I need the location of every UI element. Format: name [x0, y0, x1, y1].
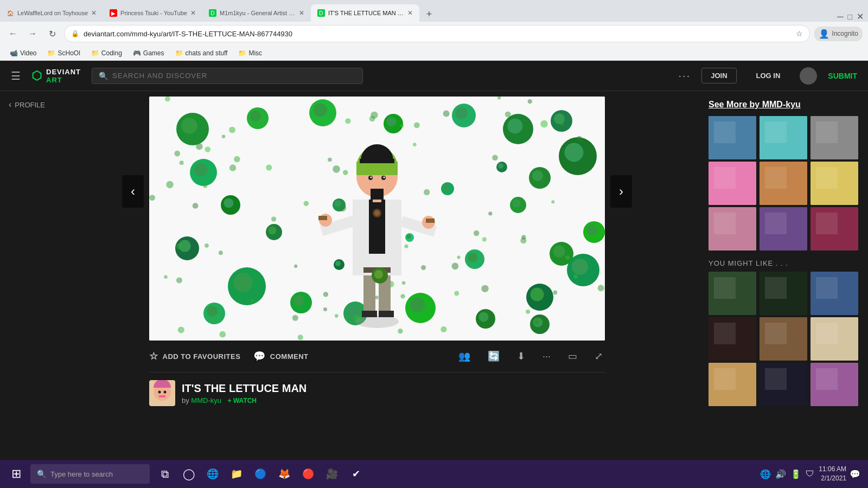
shield-icon[interactable]: 🛡	[806, 469, 814, 479]
da-logo[interactable]: ⬡ DEVIANTART	[31, 68, 81, 84]
taskbar-search[interactable]: 🔍 Type here to search	[30, 464, 150, 484]
taskbar-clock[interactable]: 11:06 AM 2/1/2021	[819, 465, 846, 483]
taskbar-app1-icon[interactable]: 🔴	[297, 462, 319, 486]
clock-time: 11:06 AM	[819, 465, 846, 474]
fullscreen-button[interactable]: ⤢	[592, 348, 605, 364]
volume-icon[interactable]: 🔊	[775, 469, 786, 479]
bookmark-star-button[interactable]: ☆	[796, 29, 803, 38]
add-to-favourites-button[interactable]: ☆ ADD TO FAVOURITES	[149, 350, 240, 362]
see-more-thumb-4[interactable]	[709, 162, 756, 205]
bookmark-school-icon: 📁	[47, 49, 55, 57]
new-tab-button[interactable]: +	[422, 7, 437, 22]
tab-2[interactable]: ▶ Princess Tsuki - YouTube ✕	[103, 4, 202, 22]
comment-button[interactable]: 💬 COMMENT	[253, 350, 308, 362]
windows-icon: ⊞	[11, 467, 21, 481]
taskbar-chrome2-icon[interactable]: 🔵	[250, 462, 271, 486]
tab-1[interactable]: 🏠 LeWaffleLord on Toyhouse ✕	[0, 4, 103, 22]
author-link[interactable]: MMD-kyu	[191, 396, 221, 404]
tab-3-close[interactable]: ✕	[299, 9, 304, 17]
start-button[interactable]: ⊞	[4, 462, 28, 486]
taskbar-sys-tray: 🌐 🔊 🔋 🛡 11:06 AM 2/1/2021 💬	[756, 465, 864, 483]
prev-artwork-button[interactable]: ‹	[122, 175, 144, 208]
da-header: ☰ ⬡ DEVIANTART 🔍 SEARCH AND DISCOVER ···…	[0, 61, 868, 91]
bookmarks-bar: 📹 Video 📁 ScHoOl 📁 Coding 🎮 Games 📁 chat…	[0, 46, 868, 61]
refresh-button[interactable]: ↻	[44, 26, 60, 41]
close-button[interactable]: ✕	[857, 11, 864, 22]
tab-4-close[interactable]: ✕	[407, 9, 413, 17]
address-bar[interactable]: 🔒 deviantart.com/mmd-kyu/art/IT-S-THE-LE…	[64, 25, 810, 42]
see-more-thumb-6[interactable]	[810, 162, 858, 205]
bookmark-chats-label: chats and stuff	[186, 49, 228, 57]
maximize-button[interactable]: □	[848, 12, 852, 21]
see-more-thumb-3[interactable]	[810, 116, 858, 159]
network-icon[interactable]: 🌐	[760, 469, 771, 479]
artwork-title: IT'S THE LETTUCE MAN	[182, 382, 605, 395]
author-avatar[interactable]	[149, 380, 175, 406]
taskbar-app2-icon[interactable]: 🎥	[321, 462, 343, 486]
submit-button[interactable]: SUBMIT	[828, 72, 857, 80]
da-logo-icon: ⬡	[31, 69, 42, 83]
bookmark-school[interactable]: 📁 ScHoOl	[43, 48, 84, 58]
forward-button[interactable]: →	[25, 26, 40, 41]
hamburger-menu[interactable]: ☰	[11, 69, 21, 82]
suggested-thumb-2[interactable]	[760, 272, 807, 315]
taskbar-firefox-icon[interactable]: 🦊	[273, 462, 295, 486]
taskbar-pinned-icons: ⧉ ◯ 🌐 📁 🔵 🦊 🔴 🎥 ✔	[154, 462, 367, 486]
see-more-thumb-8[interactable]	[760, 207, 807, 251]
react-button[interactable]: 🔄	[486, 348, 502, 364]
battery-icon[interactable]: 🔋	[790, 469, 801, 479]
join-button[interactable]: JOIN	[701, 68, 736, 84]
see-more-thumb-1[interactable]	[709, 116, 756, 159]
tab-4[interactable]: D IT'S THE LETTUCE MAN by MMD... ✕	[311, 4, 419, 22]
back-to-profile[interactable]: ‹ PROFILE	[9, 100, 46, 110]
see-more-title[interactable]: See More by MMD-kyu	[709, 100, 859, 110]
notification-button[interactable]: 💬	[851, 470, 859, 478]
more-options-button[interactable]: ···	[540, 349, 553, 364]
add-fav-label: ADD TO FAVOURITES	[163, 352, 241, 361]
download-button[interactable]: ⬇	[515, 348, 527, 364]
suggested-thumb-1[interactable]	[709, 272, 756, 315]
see-more-thumb-7[interactable]	[709, 207, 756, 251]
share-button[interactable]: 👥	[456, 348, 473, 364]
taskbar-chrome-icon[interactable]: 🌐	[202, 462, 224, 486]
cortana-button[interactable]: ◯	[178, 462, 200, 486]
taskbar-app3-icon[interactable]: ✔	[345, 462, 367, 486]
bookmark-coding-label: Coding	[101, 49, 122, 57]
bookmark-misc[interactable]: 📁 Misc	[234, 48, 266, 58]
you-might-like-title: YOU MIGHT LIKE . . .	[709, 259, 859, 267]
suggested-thumb-7[interactable]	[709, 363, 756, 406]
tab-2-close[interactable]: ✕	[190, 9, 196, 17]
minimize-button[interactable]: ─	[837, 12, 843, 22]
bookmark-chats[interactable]: 📁 chats and stuff	[171, 48, 232, 58]
see-more-thumb-9[interactable]	[810, 207, 858, 251]
suggested-thumb-6[interactable]	[810, 317, 858, 361]
suggested-thumb-8[interactable]	[760, 363, 807, 406]
see-more-thumb-2[interactable]	[760, 116, 807, 159]
tab-3[interactable]: D M1m1kyu - General Artist | Devi... ✕	[202, 4, 311, 22]
see-more-thumb-5[interactable]	[760, 162, 807, 205]
bookmark-video[interactable]: 📹 Video	[5, 48, 41, 58]
suggested-thumb-9[interactable]	[810, 363, 858, 406]
task-view-button[interactable]: ⧉	[154, 462, 176, 486]
back-button[interactable]: ←	[5, 26, 21, 41]
user-avatar[interactable]	[800, 67, 817, 85]
taskbar-search-icon: 🔍	[37, 470, 46, 478]
right-sidebar: See More by MMD-kyu YOU MIGHT LIKE . . .	[700, 91, 868, 429]
watch-button[interactable]: + WATCH	[228, 397, 257, 404]
artwork-author: by MMD-kyu + WATCH	[182, 396, 605, 404]
taskbar-explorer-icon[interactable]: 📁	[226, 462, 247, 486]
login-button[interactable]: LOG IN	[748, 68, 789, 83]
bookmark-games[interactable]: 🎮 Games	[129, 48, 169, 58]
clock-date: 2/1/2021	[819, 474, 846, 483]
suggested-thumb-5[interactable]	[760, 317, 807, 361]
next-artwork-button[interactable]: ›	[610, 175, 632, 208]
you-might-like-grid	[709, 272, 859, 406]
bookmark-coding[interactable]: 📁 Coding	[87, 48, 126, 58]
tab-1-close[interactable]: ✕	[91, 9, 97, 17]
suggested-thumb-3[interactable]	[810, 272, 858, 315]
theater-mode-button[interactable]: ▭	[566, 348, 579, 364]
artwork-info: IT'S THE LETTUCE MAN by MMD-kyu + WATCH	[149, 373, 605, 414]
header-more-button[interactable]: ···	[679, 69, 691, 82]
suggested-thumb-4[interactable]	[709, 317, 756, 361]
da-search-bar[interactable]: 🔍 SEARCH AND DISCOVER	[92, 68, 363, 84]
